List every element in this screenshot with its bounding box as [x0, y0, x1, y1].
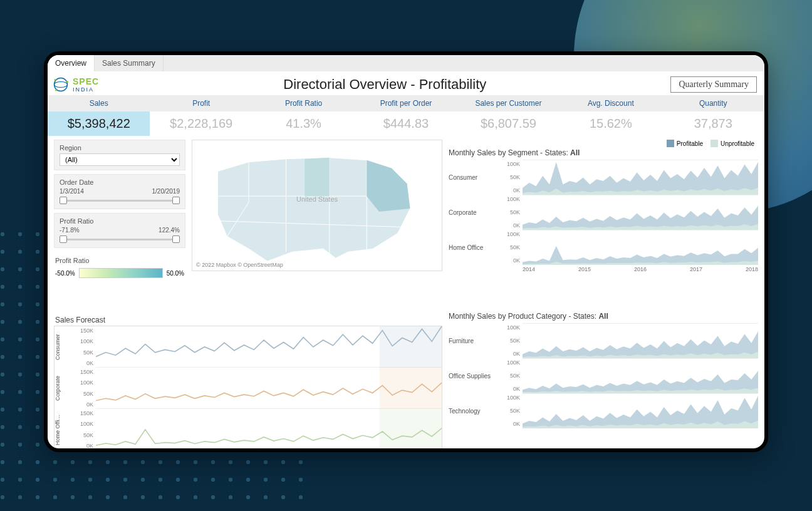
segment-title: Monthly Sales by Segment - States: All [449, 148, 758, 157]
svg-point-4 [55, 90, 57, 91]
forecast-seg-label: Consumer [55, 326, 67, 368]
forecast-seg-label: Corporate [55, 368, 67, 409]
pr-legend-label: Profit Ratio [55, 257, 89, 264]
swatch-unprofitable [710, 140, 718, 147]
logo-brand: SPEC [73, 76, 99, 86]
kpi-val-sales-per-customer[interactable]: $6,807.59 [457, 111, 560, 136]
kpi-tab-avg-discount[interactable]: Avg. Discount [560, 95, 662, 111]
pr-max: 122.4% [159, 227, 180, 234]
filter-order-date: Order Date 1/3/20141/20/2019 [54, 174, 185, 209]
filters-column: Region (All) Order Date 1/3/20141/20/201… [54, 140, 185, 308]
kpi-val-quantity[interactable]: 37,873 [662, 111, 764, 136]
logo-sub: INDIA [73, 86, 99, 93]
region-select[interactable]: (All) [60, 153, 180, 166]
filter-region: Region (All) [54, 140, 185, 170]
pr-legend-max: 50.0% [167, 270, 184, 277]
svg-rect-6 [380, 326, 442, 368]
od-max: 1/20/2019 [152, 188, 180, 195]
legend-profitable: Profitable [677, 140, 703, 147]
svg-point-3 [66, 81, 68, 83]
segment-charts: Consumer 100K50K0K Corporate 100K50K0K H… [449, 160, 758, 265]
row-label: Home Office [449, 230, 499, 265]
category-charts: Furniture 100K50K0K Office Supplies 100K… [449, 323, 758, 428]
bottom-area: Sales Forecast Consumer 150K100K50K0K Co… [48, 311, 764, 448]
forecast-row[interactable]: Corporate 150K100K50K0K [55, 368, 442, 409]
kpi-tab-profit[interactable]: Profit [150, 95, 252, 111]
svg-rect-8 [380, 368, 442, 409]
map-attribution: © 2022 Mapbox © OpenStreetMap [196, 262, 283, 268]
segment-charts-column: Profitable Unprofitable Monthly Sales by… [449, 140, 758, 308]
tab-sales-summary[interactable]: Sales Summary [95, 55, 164, 71]
od-min: 1/3/2014 [60, 188, 84, 195]
kpi-tab-sales[interactable]: Sales [48, 95, 150, 111]
forecast-row[interactable]: Consumer 150K100K50K0K [55, 326, 442, 368]
svg-point-2 [55, 79, 56, 81]
row-chart[interactable]: Office Supplies 100K50K0K [449, 358, 758, 393]
pr-min: -71.8% [60, 227, 80, 234]
row-chart[interactable]: Corporate 100K50K0K [449, 195, 758, 230]
page-title: Directorial Overview - Profitability [99, 76, 670, 93]
kpi-tab-profit-per-order[interactable]: Profit per Order [355, 95, 457, 111]
forecast-charts[interactable]: Consumer 150K100K50K0K Corporate 150K100… [54, 326, 442, 448]
category-title: Monthly Sales by Product Category - Stat… [449, 312, 758, 321]
logo: SPEC INDIA [51, 75, 99, 94]
swatch-profitable [667, 140, 674, 147]
kpi-tab-profit-ratio[interactable]: Profit Ratio [252, 95, 355, 111]
category-panel: Monthly Sales by Product Category - Stat… [449, 311, 758, 445]
kpi-value-row: $5,398,422 $2,228,169 41.3% $444.83 $6,8… [48, 111, 764, 136]
us-map[interactable]: United States © 2022 Mapbox © OpenStreet… [192, 140, 442, 271]
sheet-tabs: Overview Sales Summary [48, 55, 764, 71]
row-label: Corporate [449, 195, 499, 230]
map-center-label: United States [296, 195, 338, 203]
map-column: United States © 2022 Mapbox © OpenStreet… [192, 140, 442, 308]
pr-legend-min: -50.0% [55, 270, 75, 277]
segment-xaxis: 20142015201620172018 [449, 265, 758, 272]
kpi-val-profit-ratio[interactable]: 41.3% [252, 111, 355, 136]
kpi-tab-sales-per-customer[interactable]: Sales per Customer [457, 95, 560, 111]
filter-profit-ratio: Profit Ratio -71.8%122.4% [54, 213, 185, 248]
row-label: Furniture [449, 323, 499, 358]
forecast-title: Sales Forecast [55, 316, 442, 324]
profitability-legend: Profitable Unprofitable [449, 140, 758, 147]
row-chart[interactable]: Furniture 100K50K0K [449, 323, 758, 358]
order-date-label: Order Date [60, 178, 180, 186]
region-label: Region [60, 144, 180, 152]
kpi-val-profit-per-order[interactable]: $444.83 [355, 111, 457, 136]
globe-icon [51, 75, 70, 94]
row-chart[interactable]: Consumer 100K50K0K [449, 160, 758, 195]
row-chart[interactable]: Technology 100K50K0K [449, 393, 758, 428]
row-label: Office Supplies [449, 358, 499, 393]
order-date-slider[interactable] [60, 196, 180, 205]
map-svg [192, 140, 442, 271]
legend-unprofitable: Unprofitable [721, 140, 754, 147]
kpi-val-avg-discount[interactable]: 15.62% [560, 111, 662, 136]
kpi-val-profit[interactable]: $2,228,169 [150, 111, 252, 136]
kpi-tab-quantity[interactable]: Quantity [662, 95, 764, 111]
main-area: Region (All) Order Date 1/3/20141/20/201… [48, 136, 764, 311]
header: SPEC INDIA Directorial Overview - Profit… [48, 71, 764, 95]
forecast-panel: Sales Forecast Consumer 150K100K50K0K Co… [54, 311, 442, 445]
svg-point-1 [55, 82, 68, 88]
dashboard-screen: Overview Sales Summary SPEC INDIA Direct… [48, 55, 764, 448]
kpi-header-row: Sales Profit Profit Ratio Profit per Ord… [48, 95, 764, 111]
kpi-val-sales[interactable]: $5,398,422 [48, 111, 150, 136]
svg-point-0 [55, 78, 68, 91]
pr-label: Profit Ratio [60, 217, 180, 225]
row-label: Consumer [449, 160, 499, 195]
forecast-seg-label: Home Offi… [55, 409, 67, 448]
svg-rect-10 [380, 409, 442, 448]
row-label: Technology [449, 393, 499, 428]
tab-overview[interactable]: Overview [48, 55, 95, 71]
quarterly-summary-button[interactable]: Quarterly Summary [670, 76, 757, 93]
forecast-row[interactable]: Home Offi… 150K100K50K0K [55, 409, 442, 448]
pr-color-legend [79, 268, 163, 278]
row-chart[interactable]: Home Office 100K50K0K [449, 230, 758, 265]
tablet-frame: Overview Sales Summary SPEC INDIA Direct… [44, 51, 768, 452]
profit-ratio-slider[interactable] [60, 235, 180, 244]
